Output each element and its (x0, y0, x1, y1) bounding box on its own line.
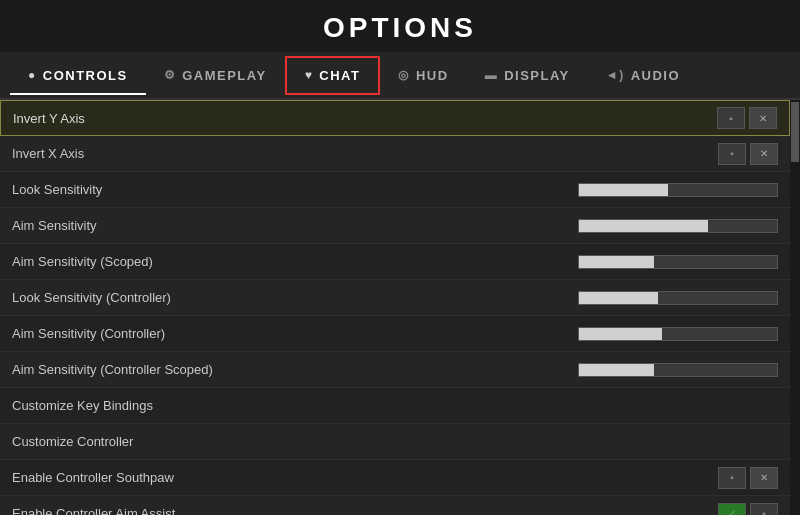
tab-bar: ● CONTROLS ⚙ GAMEPLAY ♥ CHAT ◎ HUD ▬ DIS… (0, 52, 800, 100)
slider-fill-aim-sens-scoped (579, 256, 654, 268)
option-label-aim-sens-ctrl-scoped: Aim Sensitivity (Controller Scoped) (12, 362, 578, 377)
option-label-aim-assist: Enable Controller Aim Assist (12, 506, 718, 515)
option-control-aim-sens-ctrl[interactable] (578, 327, 778, 341)
option-row-customize-key[interactable]: Customize Key Bindings (0, 388, 790, 424)
slider-aim-sens-ctrl[interactable] (578, 327, 778, 341)
slider-aim-sens-scoped[interactable] (578, 255, 778, 269)
slider-fill-look-sens (579, 184, 668, 196)
gameplay-gear-icon: ⚙ (164, 68, 177, 82)
option-row-look-sens[interactable]: Look Sensitivity (0, 172, 790, 208)
slider-look-sens[interactable] (578, 183, 778, 197)
option-row-invert-x[interactable]: Invert X Axis ▪ ✕ (0, 136, 790, 172)
tab-controls-label: CONTROLS (43, 68, 128, 83)
toggle-check-btn-aim-assist[interactable]: ✓ (718, 503, 746, 516)
display-icon: ▬ (485, 68, 499, 82)
option-label-customize-ctrl: Customize Controller (12, 434, 778, 449)
option-row-aim-sens-ctrl-scoped[interactable]: Aim Sensitivity (Controller Scoped) (0, 352, 790, 388)
slider-fill-aim-sens-ctrl-scoped (579, 364, 654, 376)
option-control-look-sens[interactable] (578, 183, 778, 197)
slider-fill-aim-sens (579, 220, 708, 232)
scrollbar-thumb[interactable] (791, 102, 799, 162)
option-label-aim-sens-ctrl: Aim Sensitivity (Controller) (12, 326, 578, 341)
option-label-look-sens: Look Sensitivity (12, 182, 578, 197)
tab-display[interactable]: ▬ DISPLAY (467, 58, 588, 93)
option-row-aim-assist[interactable]: Enable Controller Aim Assist ✓ ▪ (0, 496, 790, 515)
option-label-southpaw: Enable Controller Southpaw (12, 470, 718, 485)
option-row-southpaw[interactable]: Enable Controller Southpaw ▪ ✕ (0, 460, 790, 496)
options-list[interactable]: Invert Y Axis ▪ ✕ Invert X Axis ▪ ✕ Look… (0, 100, 790, 515)
option-row-look-sens-ctrl[interactable]: Look Sensitivity (Controller) (0, 280, 790, 316)
toggle-off-btn-southpaw[interactable]: ▪ (718, 467, 746, 489)
content-area: Invert Y Axis ▪ ✕ Invert X Axis ▪ ✕ Look… (0, 100, 800, 515)
tab-gameplay[interactable]: ⚙ GAMEPLAY (146, 58, 285, 93)
tab-chat[interactable]: ♥ CHAT (285, 56, 381, 95)
toggle-x-btn-southpaw[interactable]: ✕ (750, 467, 778, 489)
option-control-invert-y[interactable]: ▪ ✕ (717, 107, 777, 129)
tab-hud-label: HUD (416, 68, 449, 83)
tab-audio[interactable]: ◄) AUDIO (588, 58, 698, 93)
slider-fill-aim-sens-ctrl (579, 328, 662, 340)
option-control-southpaw[interactable]: ▪ ✕ (718, 467, 778, 489)
slider-aim-sens[interactable] (578, 219, 778, 233)
option-row-aim-sens-scoped[interactable]: Aim Sensitivity (Scoped) (0, 244, 790, 280)
toggle-x-btn-invert-x[interactable]: ✕ (750, 143, 778, 165)
tab-audio-label: AUDIO (631, 68, 680, 83)
option-row-customize-ctrl[interactable]: Customize Controller (0, 424, 790, 460)
option-control-aim-assist[interactable]: ✓ ▪ (718, 503, 778, 516)
option-label-look-sens-ctrl: Look Sensitivity (Controller) (12, 290, 578, 305)
option-control-invert-x[interactable]: ▪ ✕ (718, 143, 778, 165)
option-control-look-sens-ctrl[interactable] (578, 291, 778, 305)
scrollbar[interactable] (790, 100, 800, 515)
slider-look-sens-ctrl[interactable] (578, 291, 778, 305)
slider-fill-look-sens-ctrl (579, 292, 658, 304)
option-row-aim-sens[interactable]: Aim Sensitivity (0, 208, 790, 244)
controls-dot-icon: ● (28, 68, 37, 82)
option-label-customize-key: Customize Key Bindings (12, 398, 778, 413)
option-row-invert-y[interactable]: Invert Y Axis ▪ ✕ (0, 100, 790, 136)
option-control-aim-sens-scoped[interactable] (578, 255, 778, 269)
toggle-off-btn-invert-y[interactable]: ▪ (717, 107, 745, 129)
tab-gameplay-label: GAMEPLAY (182, 68, 266, 83)
toggle-x-btn-invert-y[interactable]: ✕ (749, 107, 777, 129)
option-label-invert-y: Invert Y Axis (13, 111, 717, 126)
tab-chat-label: CHAT (319, 68, 360, 83)
chat-heart-icon: ♥ (305, 68, 314, 82)
option-label-aim-sens-scoped: Aim Sensitivity (Scoped) (12, 254, 578, 269)
option-control-aim-sens-ctrl-scoped[interactable] (578, 363, 778, 377)
tab-controls[interactable]: ● CONTROLS (10, 58, 146, 93)
option-label-aim-sens: Aim Sensitivity (12, 218, 578, 233)
option-label-invert-x: Invert X Axis (12, 146, 718, 161)
page-title: OPTIONS (0, 0, 800, 52)
option-control-aim-sens[interactable] (578, 219, 778, 233)
slider-aim-sens-ctrl-scoped[interactable] (578, 363, 778, 377)
tab-display-label: DISPLAY (504, 68, 570, 83)
toggle-off-btn-invert-x[interactable]: ▪ (718, 143, 746, 165)
hud-icon: ◎ (398, 68, 410, 82)
audio-icon: ◄) (606, 68, 625, 82)
option-row-aim-sens-ctrl[interactable]: Aim Sensitivity (Controller) (0, 316, 790, 352)
tab-hud[interactable]: ◎ HUD (380, 58, 466, 93)
toggle-off-btn-aim-assist[interactable]: ▪ (750, 503, 778, 516)
